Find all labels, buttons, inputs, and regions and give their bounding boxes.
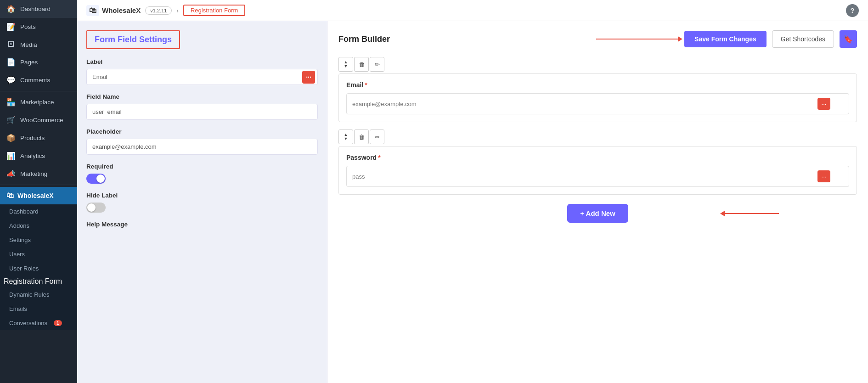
hide-label-label: Hide Label [86,192,318,199]
email-updown-button[interactable]: ▲ ▼ [338,57,353,72]
panel-title: Form Field Settings [86,30,180,49]
required-toggle[interactable] [86,174,106,184]
sidebar-item-wx-regform[interactable]: Registration Form [4,277,73,286]
label-dots-button[interactable]: ··· [302,71,315,84]
sidebar: 🏠 Dashboard 📝 Posts 🖼 Media 📄 Pages 💬 Co… [0,0,77,383]
form-field-settings-panel: Form Field Settings Label ··· Field Name… [77,21,327,383]
dashboard-icon: 🏠 [6,5,16,13]
save-arrow-indicator [596,39,679,39]
sidebar-item-wx-dashboard[interactable]: Dashboard [0,204,77,219]
sidebar-item-wx-dynrules[interactable]: Dynamic Rules [0,287,77,302]
sidebar-item-wx-convos[interactable]: Conversations 1 [0,316,77,330]
required-field-group: Required [86,163,318,184]
password-edit-button[interactable]: ✏ [370,130,384,144]
add-new-button[interactable]: + Add New [567,204,628,223]
get-shortcodes-button[interactable]: Get Shortcodes [772,30,834,48]
marketplace-icon: 🏪 [6,98,16,107]
sidebar-item-media[interactable]: 🖼 Media [0,36,77,53]
email-field-dots-button[interactable]: ··· [817,98,830,110]
content-area: Form Field Settings Label ··· Field Name… [77,21,868,383]
password-field-controls: ▲ ▼ 🗑 ✏ [338,130,857,144]
password-field-value: pass ··· [346,166,849,187]
email-form-field-block: ▲ ▼ 🗑 ✏ Email* example@example.com ··· [338,57,857,122]
field-name-label: Field Name [86,93,318,100]
placeholder-field-label: Placeholder [86,128,318,135]
password-field-dots-button[interactable]: ··· [817,170,830,182]
help-button[interactable]: ? [846,4,859,17]
sidebar-item-marketing[interactable]: 📣 Marketing [0,165,77,183]
password-field-card: Password* pass ··· [338,146,857,195]
required-label: Required [86,163,318,170]
form-builder-title: Form Builder [338,34,591,44]
field-name-input[interactable] [86,104,318,120]
help-message-group: Help Message [86,221,318,228]
email-field-value: example@example.com ··· [346,93,849,114]
email-field-controls: ▲ ▼ 🗑 ✏ [338,57,857,72]
label-input[interactable] [86,69,318,85]
sidebar-item-wx-addons[interactable]: Addons [0,219,77,233]
email-delete-button[interactable]: 🗑 [354,57,369,72]
sidebar-item-wx-emails[interactable]: Emails [0,302,77,316]
sidebar-item-products[interactable]: 📦 Products [0,129,77,147]
marketing-icon: 📣 [6,169,16,178]
add-new-arrow [724,213,779,214]
sidebar-item-woocommerce[interactable]: 🛒 WooCommerce [0,111,77,129]
add-new-section: + Add New [338,204,857,223]
field-name-input-wrapper [86,104,318,120]
posts-icon: 📝 [6,23,16,31]
sidebar-item-dashboard[interactable]: 🏠 Dashboard [0,0,77,18]
comments-icon: 💬 [6,76,16,84]
form-builder-header: Form Builder Save Form Changes Get Short… [338,30,857,48]
label-input-wrapper: ··· [86,69,318,85]
password-form-field-block: ▲ ▼ 🗑 ✏ Password* pass ··· [338,130,857,195]
label-field-label: Label [86,58,318,65]
email-field-name: Email* [346,81,849,89]
label-field-group: Label ··· [86,58,318,85]
password-required-star: * [378,154,380,161]
email-edit-button[interactable]: ✏ [370,57,384,72]
wholesalex-submenu: Dashboard Addons Settings Users User Rol… [0,204,77,330]
sidebar-item-posts[interactable]: 📝 Posts [0,18,77,36]
password-updown-button[interactable]: ▲ ▼ [338,130,353,144]
logo-icon: 🛍 [86,5,99,16]
field-name-group: Field Name [86,93,318,120]
password-delete-button[interactable]: 🗑 [354,130,369,144]
required-toggle-thumb [96,175,105,183]
sidebar-item-analytics[interactable]: 📊 Analytics [0,147,77,165]
shortcodes-icon-button[interactable]: 🔖 [840,30,857,48]
email-required-star: * [365,81,367,89]
products-icon: 📦 [6,134,16,142]
placeholder-input-wrapper [86,139,318,155]
breadcrumb: Registration Form [183,5,245,16]
form-builder-panel: Form Builder Save Form Changes Get Short… [327,21,868,383]
sidebar-item-marketplace[interactable]: 🏪 Marketplace [0,93,77,111]
main-content: 🛍 WholesaleX v1.2.11 › Registration Form… [77,0,868,383]
sidebar-item-pages[interactable]: 📄 Pages [0,53,77,71]
hide-label-toggle[interactable] [86,203,106,213]
pages-icon: 📄 [6,58,16,67]
sidebar-item-wx-settings[interactable]: Settings [0,233,77,247]
woo-icon: 🛒 [6,116,16,124]
media-icon: 🖼 [6,40,16,49]
hide-label-field-group: Hide Label [86,192,318,213]
placeholder-input[interactable] [86,139,318,155]
hide-label-toggle-thumb [87,203,96,212]
analytics-icon: 📊 [6,152,16,160]
sidebar-item-comments[interactable]: 💬 Comments [0,71,77,89]
version-badge: v1.2.11 [145,6,172,15]
wholesalex-icon: 🛍 [6,192,14,200]
save-form-changes-button[interactable]: Save Form Changes [684,31,767,47]
breadcrumb-arrow: › [176,7,179,14]
topbar: 🛍 WholesaleX v1.2.11 › Registration Form… [77,0,868,21]
wholesalex-header[interactable]: 🛍 WholesaleX [0,187,77,204]
sidebar-item-wx-users[interactable]: Users [0,247,77,261]
password-field-name: Password* [346,154,849,161]
help-message-label: Help Message [86,221,318,228]
add-arrow-line [724,213,779,214]
placeholder-field-group: Placeholder [86,128,318,155]
email-field-card: Email* example@example.com ··· [338,73,857,122]
sidebar-item-wx-userroles[interactable]: User Roles [0,261,77,276]
conversations-badge: 1 [54,320,62,326]
topbar-logo: 🛍 WholesaleX [86,5,141,16]
